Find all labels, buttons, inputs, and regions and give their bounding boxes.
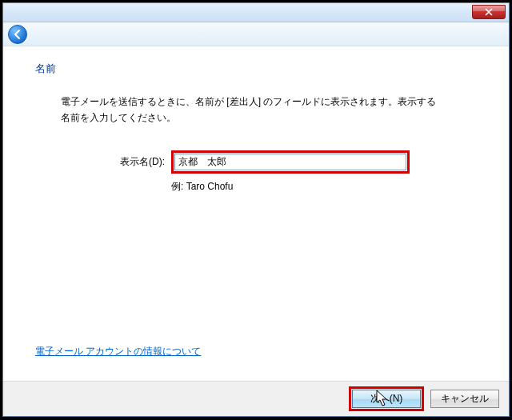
account-info-link[interactable]: 電子メール アカウントの情報について	[35, 346, 201, 357]
description-text: 電子メールを送信するときに、名前が [差出人] のフィールドに表示されます。表示…	[61, 94, 437, 126]
next-button-highlight: 次へ(N)	[349, 386, 424, 411]
example-text: 例: Taro Chofu	[171, 180, 485, 194]
close-icon	[485, 8, 493, 16]
back-button[interactable]	[8, 25, 27, 44]
footer-bar: 次へ(N) キャンセル	[3, 381, 509, 416]
content-area: 名前 電子メールを送信するときに、名前が [差出人] のフィールドに表示されます…	[3, 47, 509, 381]
display-name-highlight	[171, 150, 410, 174]
wizard-window: 名前 電子メールを送信するときに、名前が [差出人] のフィールドに表示されます…	[2, 2, 510, 417]
display-name-label: 表示名(D):	[107, 155, 165, 169]
cancel-button[interactable]: キャンセル	[430, 390, 499, 408]
titlebar	[3, 3, 509, 22]
display-name-row: 表示名(D):	[107, 150, 485, 174]
display-name-input[interactable]	[174, 154, 406, 170]
navigation-bar	[3, 22, 509, 46]
page-title: 名前	[35, 62, 485, 76]
back-arrow-icon	[12, 29, 23, 40]
window-close-button[interactable]	[472, 5, 506, 19]
next-button[interactable]: 次へ(N)	[352, 390, 421, 408]
info-link-row: 電子メール アカウントの情報について	[35, 345, 201, 358]
